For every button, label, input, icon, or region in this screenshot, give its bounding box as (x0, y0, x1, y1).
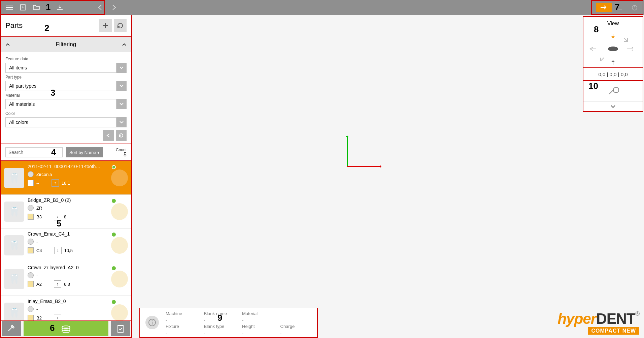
collapse-view-button[interactable] (583, 101, 643, 111)
part-height: 8 (64, 214, 66, 219)
topbar (0, 0, 644, 15)
view-left-icon[interactable] (589, 47, 596, 53)
chevron-down-icon (116, 81, 127, 91)
view-bottomleft-icon[interactable] (598, 57, 605, 63)
nav-back-icon[interactable] (94, 1, 107, 14)
right-panel: View 0,0 | 0,0 | 0,0 (583, 16, 643, 112)
logo: hyperDENT® COMPACT NEW (557, 310, 639, 335)
clipboard-button[interactable] (111, 321, 130, 336)
view-topright-icon[interactable] (623, 37, 630, 44)
view-right-icon[interactable] (626, 47, 633, 53)
filter-color-select[interactable]: All colors (5, 117, 127, 127)
svg-rect-5 (118, 326, 123, 332)
height-icon: ↕ (54, 314, 61, 321)
magnify-button[interactable] (583, 81, 643, 101)
part-color: C4 (36, 248, 42, 253)
search-input[interactable] (5, 147, 63, 157)
settings-button[interactable] (2, 321, 21, 336)
nav-forward-icon[interactable] (107, 1, 121, 14)
download-icon[interactable] (53, 1, 67, 14)
info-fixture-label: Fixture (166, 324, 197, 329)
filter-parttype-select[interactable]: All part types (5, 81, 127, 91)
coords-readout: 0,0 | 0,0 | 0,0 (583, 67, 643, 81)
status-dot-icon (112, 300, 116, 304)
info-blanktype-label: Blank type (204, 324, 236, 329)
part-color: -- (36, 181, 39, 186)
part-height: 18,1 (62, 181, 70, 186)
material-icon (28, 239, 34, 245)
color-swatch-icon (28, 180, 34, 186)
view-title: View (583, 17, 643, 30)
refresh-parts-button[interactable] (114, 19, 127, 32)
material-icon (28, 272, 34, 278)
part-item[interactable]: 🦷 2011-02-11_00001-010-11-tooth… Zirconi… (1, 161, 131, 195)
part-material: - (36, 307, 38, 312)
orange-arrow-icon[interactable] (596, 3, 612, 12)
filter-material-select[interactable]: All materials (5, 99, 127, 109)
search-row: Sort by Name ▾ Count 5 (0, 144, 132, 161)
info-machine-label: Machine (166, 311, 197, 316)
blanks-button[interactable] (24, 321, 108, 336)
sort-button[interactable]: Sort by Name ▾ (66, 147, 103, 157)
info-height-label: Height (242, 324, 274, 329)
info-icon[interactable] (145, 316, 159, 329)
material-icon (28, 306, 34, 312)
filter-back-button[interactable] (103, 130, 114, 141)
info-blankname-value: - (204, 317, 236, 322)
filter-parttype-label: Part type (5, 75, 127, 80)
part-item[interactable]: 🦷 Crown_Emax_C4_1 - C4 ↕ 10,5 (1, 228, 131, 262)
parts-header: Parts (0, 15, 132, 37)
bottom-info: Machine Blank name Material - - - Fixtur… (139, 308, 318, 338)
part-name: Inlay_Emax_B2_0 (28, 299, 108, 304)
part-height: 10,5 (64, 248, 73, 253)
info-fixture-value: - (166, 330, 197, 335)
parts-list[interactable]: 🦷 2011-02-11_00001-010-11-tooth… Zirconi… (0, 161, 132, 321)
new-file-icon[interactable] (16, 1, 30, 14)
part-type-icon (111, 237, 128, 254)
view-bottom-icon[interactable] (610, 59, 616, 65)
filtering-header[interactable]: Filtering (1, 37, 131, 52)
part-type-icon (111, 170, 128, 186)
part-color: B2 (36, 315, 42, 320)
menu-icon[interactable] (3, 1, 16, 14)
part-thumbnail-icon: 🦷 (4, 235, 24, 255)
part-color: A2 (36, 282, 42, 287)
part-item[interactable]: 🦷 Inlay_Emax_B2_0 - B2 ↕ (1, 296, 131, 321)
topbar-right (596, 1, 641, 14)
part-name: 2011-02-11_00001-010-11-tooth… (28, 164, 108, 169)
part-name: Crown_Emax_C4_1 (28, 231, 108, 237)
add-part-button[interactable] (99, 19, 112, 32)
filtering-section: Filtering Feature data All items Part ty… (0, 37, 132, 144)
axis-y-icon (347, 136, 348, 167)
power-icon[interactable] (628, 1, 641, 14)
info-blanktype-value: - (204, 330, 236, 335)
chevron-down-icon (116, 63, 127, 73)
filter-material-label: Material (5, 93, 127, 98)
chevron-down-icon (116, 117, 127, 127)
part-name: Crown_Zr layered_A2_0 (28, 265, 108, 270)
status-dot-icon (112, 199, 116, 203)
chevron-down-icon (116, 99, 127, 109)
part-type-icon (111, 304, 128, 321)
view-top-icon[interactable] (610, 33, 616, 40)
height-icon: ↕ (52, 179, 59, 187)
part-type-icon (111, 203, 128, 220)
part-type-icon (111, 271, 128, 287)
open-folder-icon[interactable] (30, 1, 43, 14)
height-icon: ↕ (54, 280, 61, 288)
part-thumbnail-icon: 🦷 (4, 202, 24, 222)
minimize-icon[interactable] (613, 1, 626, 14)
color-swatch-icon (28, 315, 34, 321)
info-material-label: Material (242, 311, 274, 316)
part-item[interactable]: 🦷 Bridge_ZR_B3_0 (2) ZR B3 ↕ 8 (1, 195, 131, 228)
part-material: - (36, 273, 38, 278)
info-blankname-label: Blank name (204, 311, 236, 316)
view-orientation[interactable] (583, 30, 643, 67)
part-item[interactable]: 🦷 Crown_Zr layered_A2_0 - A2 ↕ 6,3 (1, 262, 131, 296)
info-height-value: - (242, 330, 274, 335)
part-material: - (36, 239, 38, 244)
filter-featuredata-select[interactable]: All items (5, 63, 127, 73)
part-thumbnail-icon: 🦷 (4, 303, 24, 321)
filter-reset-button[interactable] (116, 130, 127, 141)
part-thumbnail-icon: 🦷 (4, 168, 24, 188)
